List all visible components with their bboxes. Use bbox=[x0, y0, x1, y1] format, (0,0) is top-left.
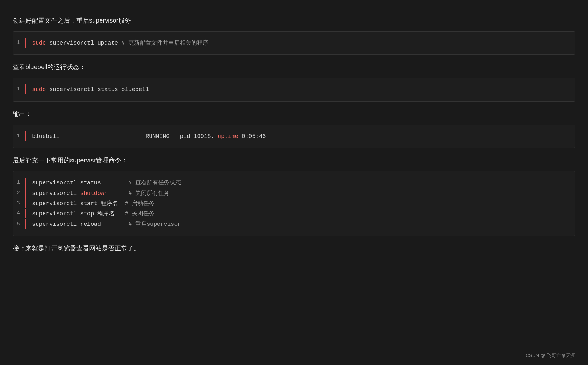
code-content: supervisorctl status # 查看所有任务状态 bbox=[32, 178, 181, 188]
line-number: 3 bbox=[16, 198, 26, 208]
keyword-sudo: sudo bbox=[32, 40, 46, 46]
line-number: 2 bbox=[16, 188, 26, 198]
code-content: sudo supervisorctl update # 更新配置文件并重启相关的… bbox=[32, 38, 208, 48]
comment: # 重启supervisor bbox=[128, 221, 181, 227]
code-line-4: 4 supervisorctl stop 程序名 # 关闭任务 bbox=[16, 209, 569, 219]
code-block-2: 1 sudo supervisorctl status bluebell bbox=[13, 78, 575, 101]
code-block-4: 1 supervisorctl status # 查看所有任务状态 2 supe… bbox=[13, 171, 575, 236]
keyword-sudo: sudo bbox=[32, 86, 46, 93]
line-number: 1 bbox=[16, 84, 26, 94]
code-line: 1 bluebell RUNNING pid 10918, uptime 0:0… bbox=[16, 131, 569, 141]
code-line-1: 1 supervisorctl status # 查看所有任务状态 bbox=[16, 178, 569, 188]
code-content: supervisorctl shutdown # 关闭所有任务 bbox=[32, 188, 170, 198]
code-line: 1 sudo supervisorctl status bluebell bbox=[16, 84, 569, 95]
footer: CSDN @ 飞哥亡命天涯 bbox=[526, 353, 575, 359]
comment: # 查看所有任务状态 bbox=[128, 180, 181, 186]
footer-text: CSDN @ 飞哥亡命天涯 bbox=[526, 353, 575, 358]
line-number: 1 bbox=[16, 131, 26, 141]
code-content: supervisorctl reload # 重启supervisor bbox=[32, 219, 181, 229]
code-block-1: 1 sudo supervisorctl update # 更新配置文件并重启相… bbox=[13, 31, 575, 55]
code-line-3: 3 supervisorctl start 程序名 # 启动任务 bbox=[16, 198, 569, 209]
line-number: 1 bbox=[16, 38, 26, 48]
code-content: supervisorctl start 程序名 # 启动任务 bbox=[32, 198, 155, 209]
keyword-uptime: uptime bbox=[218, 133, 238, 140]
code-line-5: 5 supervisorctl reload # 重启supervisor bbox=[16, 219, 569, 229]
code-block-3: 1 bluebell RUNNING pid 10918, uptime 0:0… bbox=[13, 125, 575, 148]
intro-text-2: 查看bluebell的运行状态： bbox=[13, 62, 575, 72]
comment: # 关闭所有任务 bbox=[128, 190, 170, 197]
line-number: 5 bbox=[16, 219, 26, 229]
keyword-shutdown: shutdown bbox=[80, 190, 108, 197]
comment: # 更新配置文件并重启相关的程序 bbox=[122, 40, 209, 46]
line-number: 1 bbox=[16, 178, 26, 188]
line-number: 4 bbox=[16, 209, 26, 218]
intro-text-1: 创建好配置文件之后，重启supervisor服务 bbox=[13, 15, 575, 25]
intro-text-4: 最后补充一下常用的supervisr管理命令： bbox=[13, 155, 575, 165]
comment: # 关闭任务 bbox=[125, 211, 155, 217]
intro-text-3: 输出： bbox=[13, 109, 575, 119]
code-content: supervisorctl stop 程序名 # 关闭任务 bbox=[32, 209, 155, 219]
code-line-2: 2 supervisorctl shutdown # 关闭所有任务 bbox=[16, 188, 569, 198]
code-content: bluebell RUNNING pid 10918, uptime 0:05:… bbox=[32, 131, 266, 141]
code-line: 1 sudo supervisorctl update # 更新配置文件并重启相… bbox=[16, 38, 569, 48]
intro-text-5: 接下来就是打开浏览器查看网站是否正常了。 bbox=[13, 243, 575, 253]
comment: # 启动任务 bbox=[125, 200, 155, 207]
code-content: sudo supervisorctl status bluebell bbox=[32, 84, 149, 95]
